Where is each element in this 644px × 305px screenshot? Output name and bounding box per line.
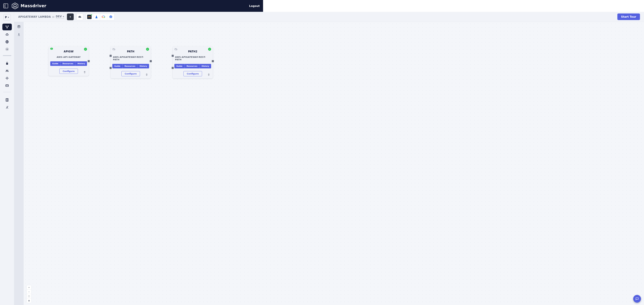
breadcrumb: APIGATEWAY LAMBDA :: DEV ▼: [18, 15, 64, 18]
panel-toggle-button[interactable]: [3, 3, 8, 8]
node-port-out[interactable]: [150, 60, 152, 62]
delete-button[interactable]: [83, 71, 86, 74]
canvas[interactable]: APIGW AWS-API-GATEWAY Guide Resources Hi…: [24, 22, 263, 125]
breadcrumb-project: APIGATEWAY LAMBDA: [18, 15, 51, 18]
tool-package[interactable]: [16, 24, 21, 29]
provider-group: aws: [86, 13, 114, 20]
book-icon: [5, 98, 9, 102]
sidebar-item-docs[interactable]: [2, 97, 12, 103]
canvas-edges: [24, 22, 74, 47]
sidebar-item-team[interactable]: [2, 67, 12, 74]
status-check-icon: [146, 48, 149, 51]
project-switcher[interactable]: P ▼: [3, 14, 11, 20]
sidebar-item-graph[interactable]: [2, 23, 12, 30]
svg-rect-11: [6, 77, 8, 79]
topbar-left: Massdriver: [3, 2, 46, 9]
delete-button[interactable]: [208, 73, 210, 77]
topbar: Massdriver Logout: [0, 0, 263, 12]
node-tab-history[interactable]: History: [76, 61, 87, 66]
node-path[interactable]: PATH AWS-APIGATEWAY-REST-PATH Guide Reso…: [110, 46, 151, 78]
azure-icon: [94, 15, 98, 19]
svg-rect-12: [6, 85, 8, 87]
sidebar-item-globe[interactable]: [2, 38, 12, 45]
trash-icon: [83, 71, 86, 73]
node-tabs: Guide Resources History: [174, 64, 211, 68]
sidebar-group-main: [0, 23, 14, 52]
node-tabs: Guide Resources History: [50, 61, 87, 66]
headerbar: APIGATEWAY LAMBDA :: DEV ▼ aws: [14, 12, 263, 22]
compass-icon: [17, 33, 20, 36]
sidebar-item-community[interactable]: [2, 31, 12, 38]
node-port-in-2[interactable]: [110, 67, 112, 69]
cube-icon: [17, 25, 21, 28]
hands-icon: [5, 32, 9, 36]
configure-button[interactable]: Configure: [184, 71, 202, 76]
node-port-out[interactable]: [212, 60, 214, 62]
node-tab-guide[interactable]: Guide: [174, 64, 185, 68]
configure-button[interactable]: Configure: [59, 69, 78, 74]
svg-marker-0: [12, 3, 18, 9]
node-port-in-1[interactable]: [172, 55, 174, 57]
sidebar-item-integrations[interactable]: [2, 75, 12, 81]
node-tab-history[interactable]: History: [138, 64, 149, 68]
configure-button[interactable]: Configure: [122, 71, 140, 76]
gear-icon: [5, 47, 9, 51]
svg-point-9: [6, 70, 7, 71]
node-tab-resources[interactable]: Resources: [185, 64, 200, 68]
provider-azure[interactable]: [93, 13, 100, 20]
diamond-move-icon: [5, 76, 9, 80]
status-cloud-off-icon: [112, 48, 115, 51]
svg-rect-8: [6, 63, 8, 64]
svg-point-5: [6, 33, 8, 34]
trash-icon: [145, 73, 148, 76]
sidebar: P ▼: [0, 12, 14, 125]
node-path2[interactable]: PATH2 AWS-APIGATEWAY-REST-PATH Guide Res…: [173, 46, 213, 78]
node-port-in-1[interactable]: [110, 55, 112, 57]
sidebar-divider-thin: [3, 92, 11, 92]
node-port-in-2[interactable]: [172, 67, 174, 69]
status-cloud-ok-icon: [50, 48, 53, 50]
node-tab-guide[interactable]: Guide: [112, 64, 122, 68]
cloud-filter-button[interactable]: [76, 13, 83, 20]
svg-point-7: [6, 49, 8, 50]
node-tab-history[interactable]: History: [200, 64, 211, 68]
sidebar-item-settings[interactable]: [2, 46, 12, 52]
node-tab-resources[interactable]: Resources: [122, 64, 138, 68]
caret-down-icon: ▼: [8, 16, 9, 18]
branch-icon: [5, 105, 9, 109]
brand-logo-icon: [12, 2, 18, 9]
provider-gcp[interactable]: [100, 13, 107, 20]
node-subtitle: AWS-APIGATEWAY-REST-PATH: [175, 56, 210, 61]
svg-point-10: [7, 70, 8, 71]
node-subtitle: AWS-API-GATEWAY: [57, 56, 80, 58]
status-check-icon: [84, 48, 87, 51]
node-apigw[interactable]: APIGW AWS-API-GATEWAY Guide Resources Hi…: [48, 46, 89, 76]
gcp-icon: [102, 15, 106, 19]
panel-toggle-icon: [4, 4, 5, 8]
tool-compass[interactable]: [16, 32, 21, 37]
breadcrumb-env-label: DEV: [56, 15, 62, 18]
provider-kubernetes[interactable]: [107, 13, 114, 20]
cloud-icon: [78, 15, 82, 18]
sidebar-item-branch[interactable]: [2, 104, 12, 111]
breadcrumb-separator: ::: [52, 15, 54, 18]
sidebar-item-secrets[interactable]: [2, 60, 12, 67]
brand: Massdriver: [12, 2, 46, 9]
node-port-out[interactable]: [88, 60, 90, 62]
sidebar-item-billing[interactable]: [2, 82, 12, 89]
brand-name: Massdriver: [20, 3, 46, 8]
delete-button[interactable]: [145, 73, 148, 77]
graph-icon: [5, 25, 9, 29]
node-title: APIGW: [64, 50, 74, 53]
sidebar-divider: [3, 55, 11, 56]
provider-aws[interactable]: aws: [86, 13, 93, 20]
node-title: PATH2: [188, 50, 198, 53]
breadcrumb-env-dropdown[interactable]: DEV ▼: [56, 15, 64, 18]
add-button[interactable]: [67, 13, 74, 20]
node-tab-resources[interactable]: Resources: [60, 61, 76, 66]
node-tab-guide[interactable]: Guide: [50, 61, 60, 66]
node-title: PATH: [127, 50, 134, 53]
node-actions: Configure: [51, 69, 86, 74]
logout-link[interactable]: Logout: [249, 4, 260, 7]
active-dot-icon: [91, 14, 92, 15]
